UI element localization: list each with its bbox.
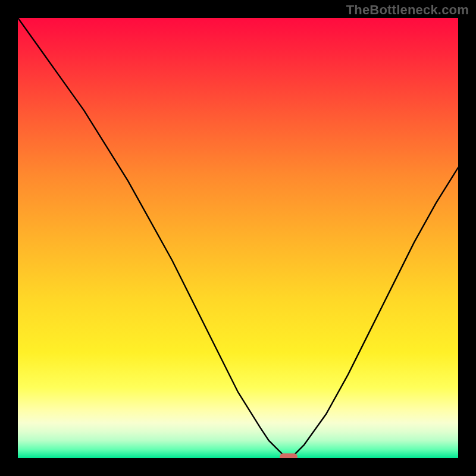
- chart-right-curve: [291, 168, 458, 458]
- chart-left-curve: [18, 18, 291, 458]
- watermark-text: TheBottleneck.com: [346, 2, 469, 18]
- chart-frame: TheBottleneck.com: [0, 0, 476, 476]
- chart-curve-svg: [18, 18, 458, 458]
- chart-bottom-marker: [280, 453, 298, 458]
- chart-plot-area: [18, 18, 458, 458]
